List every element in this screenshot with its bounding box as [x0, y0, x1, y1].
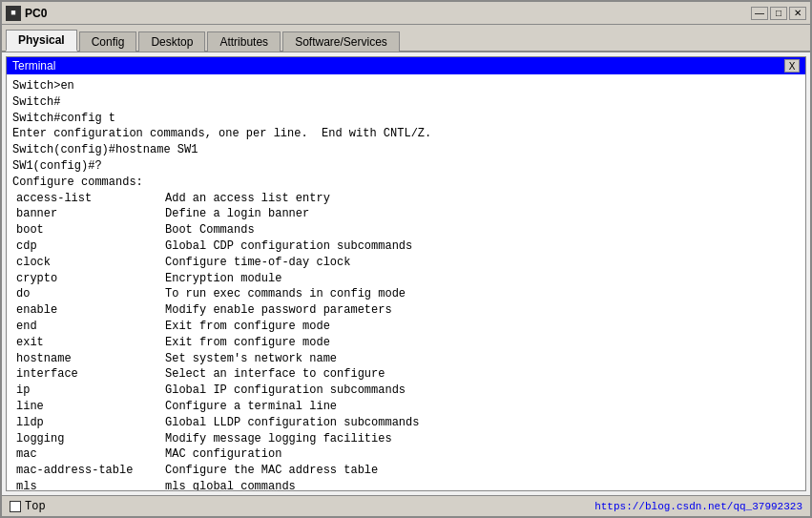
top-label: Top [25, 500, 46, 513]
title-bar-left: ■ PC0 [6, 6, 47, 21]
command-desc: Modify message logging facilities [165, 431, 800, 447]
tab-config[interactable]: Config [79, 31, 137, 52]
command-name: hostname [12, 351, 165, 367]
bottom-left: Top [10, 500, 46, 513]
terminal-line: Switch(config)#hostname SW1 [12, 142, 800, 158]
command-name: crypto [12, 271, 165, 287]
tab-bar: Physical Config Desktop Attributes Softw… [2, 25, 810, 52]
maximize-button[interactable]: □ [770, 7, 787, 20]
terminal-close-button[interactable]: X [784, 59, 800, 73]
command-name: interface [12, 366, 165, 383]
command-name: enable [12, 302, 165, 319]
bottom-link: https://blog.csdn.net/qq_37992323 [594, 501, 802, 512]
tab-software[interactable]: Software/Services [282, 31, 400, 52]
command-name: line [12, 399, 165, 415]
command-name: access-list [12, 191, 165, 207]
command-desc: Global IP configuration subcommands [165, 383, 800, 399]
command-name: banner [12, 206, 165, 222]
command-desc: Global CDP configuration subcommands [165, 238, 800, 255]
window-icon: ■ [6, 6, 21, 21]
command-desc: Select an interface to configure [165, 366, 800, 383]
command-desc: Exit from configure mode [165, 319, 800, 335]
terminal-line: Configure commands: [12, 175, 800, 191]
terminal-line: Switch# [12, 94, 800, 111]
terminal-line: SW1(config)#? [12, 158, 800, 175]
command-name: ip [12, 383, 165, 399]
terminal-titlebar: Terminal X [7, 57, 805, 74]
command-name: mls [12, 479, 165, 490]
terminal-line: Enter configuration commands, one per li… [12, 126, 800, 142]
command-name: clock [12, 255, 165, 271]
command-name: end [12, 319, 165, 335]
command-name: logging [12, 431, 165, 447]
main-window: ■ PC0 — □ ✕ Physical Config Desktop Attr… [0, 0, 812, 518]
command-desc: Configure the MAC address table [165, 463, 800, 479]
command-name: cdp [12, 238, 165, 255]
command-desc: Configure a terminal line [165, 399, 800, 415]
command-desc: Boot Commands [165, 222, 800, 238]
command-desc: Add an access list entry [165, 191, 800, 207]
main-content: Terminal X Switch>en Switch# Switch#conf… [2, 52, 810, 495]
tab-desktop[interactable]: Desktop [138, 31, 205, 52]
tab-physical[interactable]: Physical [6, 30, 77, 52]
command-name: mac [12, 446, 165, 463]
close-button[interactable]: ✕ [789, 7, 806, 20]
title-bar: ■ PC0 — □ ✕ [2, 2, 810, 25]
command-desc: Set system's network name [165, 351, 800, 367]
command-desc: Define a login banner [165, 206, 800, 222]
command-name: mac-address-table [12, 463, 165, 479]
title-controls: — □ ✕ [751, 7, 806, 20]
command-desc: Global LLDP configuration subcommands [165, 415, 800, 431]
terminal-title: Terminal [12, 59, 55, 73]
top-checkbox[interactable] [10, 501, 21, 512]
window-title: PC0 [25, 7, 47, 20]
command-desc: Encryption module [165, 271, 800, 287]
command-desc: Exit from configure mode [165, 335, 800, 351]
terminal-container: Terminal X Switch>en Switch# Switch#conf… [6, 56, 806, 491]
command-name: boot [12, 222, 165, 238]
tab-attributes[interactable]: Attributes [207, 31, 281, 52]
minimize-button[interactable]: — [751, 7, 768, 20]
command-name: exit [12, 335, 165, 351]
terminal-body[interactable]: Switch>en Switch# Switch#config t Enter … [7, 74, 805, 490]
command-desc: MAC configuration [165, 446, 800, 463]
command-desc: Configure time-of-day clock [165, 255, 800, 271]
command-desc: mls global commands [165, 479, 800, 490]
command-desc: Modify enable password parameters [165, 302, 800, 319]
command-name: lldp [12, 415, 165, 431]
terminal-line: Switch>en [12, 78, 800, 94]
command-desc: To run exec commands in config mode [165, 286, 800, 302]
bottom-bar: Top https://blog.csdn.net/qq_37992323 [2, 495, 810, 516]
command-table: access-listAdd an access list entrybanne… [12, 191, 800, 490]
command-name: do [12, 286, 165, 302]
terminal-line: Switch#config t [12, 111, 800, 127]
